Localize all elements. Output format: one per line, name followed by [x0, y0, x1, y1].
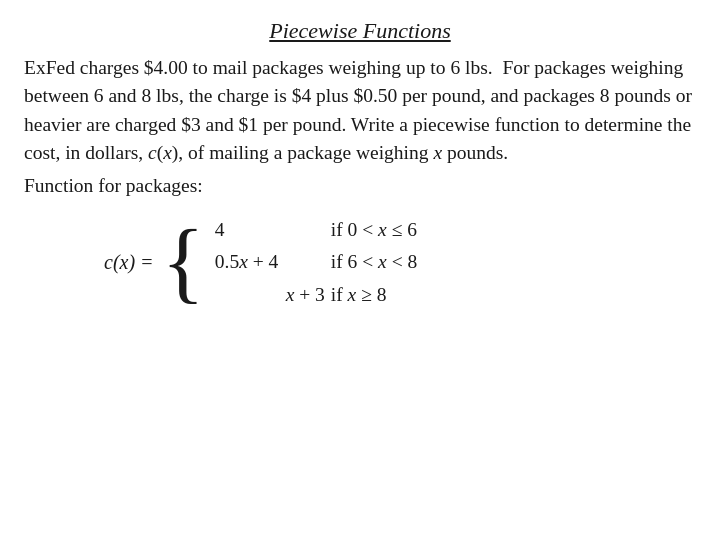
- problem-text: ExFed charges $4.00 to mail packages wei…: [24, 54, 696, 167]
- case-cond-1: if 0 < x ≤ 6: [331, 215, 417, 245]
- function-intro-label: Function for packages:: [24, 175, 203, 197]
- page-title: Piecewise Functions: [24, 18, 696, 44]
- piecewise-brace: {: [162, 217, 205, 307]
- piecewise-cases: 4 if 0 < x ≤ 6 0.5x + 4 if 6 < x < 8 x +…: [215, 215, 417, 310]
- case-cond-3: if x ≥ 8: [331, 280, 387, 310]
- case-row-1: 4 if 0 < x ≤ 6: [215, 215, 417, 245]
- function-name-label: c(x) =: [104, 251, 154, 274]
- case-row-3: x + 3 if x ≥ 8: [215, 280, 417, 310]
- piecewise-function: c(x) = { 4 if 0 < x ≤ 6 0.5x + 4 if 6 < …: [104, 215, 417, 310]
- case-cond-2: if 6 < x < 8: [331, 247, 417, 277]
- case-row-2: 0.5x + 4 if 6 < x < 8: [215, 247, 417, 277]
- case-expr-3: x + 3: [215, 280, 325, 310]
- case-expr-2: 0.5x + 4: [215, 247, 325, 277]
- case-expr-1: 4: [215, 215, 325, 245]
